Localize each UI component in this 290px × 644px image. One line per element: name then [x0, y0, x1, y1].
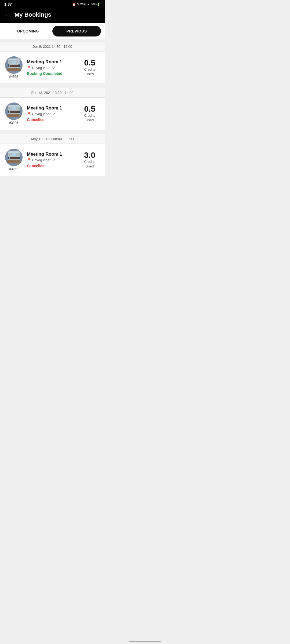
page-header: ← My Bookings [0, 8, 105, 23]
credits-label-2: CreditsUsed [79, 160, 100, 169]
svg-rect-15 [8, 111, 9, 113]
booking-info-1: Meeting Room 1 📍 Udyog vihar IV Cancelle… [27, 105, 75, 122]
booking-room-image-0 [5, 56, 23, 74]
svg-marker-11 [8, 105, 20, 107]
signal-icon: ▲ [87, 3, 90, 6]
credits-section-0: 0.5 CreditsUsed [79, 59, 100, 76]
booking-info-0: Meeting Room 1 📍 Udyog vihar IV Booking … [27, 59, 75, 76]
booking-info-2: Meeting Room 1 📍 Udyog vihar IV Cancelle… [27, 152, 75, 168]
location-pin-icon-2: 📍 [27, 158, 31, 162]
booking-room-name-2: Meeting Room 1 [27, 152, 75, 157]
svg-rect-25 [8, 157, 9, 159]
svg-marker-3 [6, 68, 21, 71]
booking-id-1: #3195 [9, 121, 18, 125]
booking-image-wrap-2: #3152 [4, 149, 23, 171]
wifi-icon: VoWiFi [77, 3, 86, 6]
booking-room-image-2 [5, 149, 23, 166]
status-time: 1:37 [4, 2, 12, 6]
credits-section-2: 3.0 CreditsUsed [79, 151, 100, 169]
location-pin-icon-0: 📍 [27, 66, 31, 70]
booking-id-0: #4525 [9, 75, 18, 79]
svg-marker-1 [8, 58, 20, 60]
date-header-2: May 10, 2021 08:00 - 11:00 [0, 134, 105, 144]
svg-rect-24 [10, 157, 18, 159]
svg-rect-26 [18, 157, 20, 159]
booking-location-2: 📍 Udyog vihar IV [27, 158, 75, 162]
booking-card-2[interactable]: #3152 Meeting Room 1 📍 Udyog vihar IV Ca… [0, 144, 105, 176]
svg-rect-14 [10, 111, 18, 113]
booking-image-wrap-0: #4525 [4, 56, 23, 79]
booking-status-2: Cancelled [27, 164, 75, 168]
battery-icon: 30%🔋 [91, 3, 100, 6]
tab-upcoming[interactable]: UPCOMING [4, 26, 52, 36]
bookings-list: Jun 9, 2021 14:30 - 15:00 [0, 39, 105, 188]
tab-previous[interactable]: PREVIOUS [52, 26, 101, 36]
credits-label-1: CreditsUsed [79, 114, 100, 123]
booking-card-0[interactable]: #4525 Meeting Room 1 📍 Udyog vihar IV Bo… [0, 52, 105, 83]
booking-card-1[interactable]: #3195 Meeting Room 1 📍 Udyog vihar IV Ca… [0, 98, 105, 130]
date-header-0: Jun 9, 2021 14:30 - 15:00 [0, 42, 105, 52]
alarm-icon: ⏰ [72, 3, 76, 6]
svg-rect-16 [18, 111, 20, 113]
status-bar: 1:37 ⏰ VoWiFi ▲ 30%🔋 [0, 0, 105, 8]
booking-status-1: Cancelled [27, 118, 75, 122]
date-header-1: Feb 13, 2021 13:30 - 14:00 [0, 88, 105, 98]
credits-number-1: 0.5 [79, 105, 100, 113]
credits-label-0: CreditsUsed [79, 67, 100, 76]
svg-rect-4 [10, 65, 18, 67]
credits-section-1: 0.5 CreditsUsed [79, 105, 100, 123]
svg-marker-13 [6, 114, 21, 117]
tab-bar: UPCOMING PREVIOUS [0, 23, 105, 39]
svg-marker-21 [8, 151, 20, 153]
svg-rect-6 [18, 64, 20, 67]
svg-marker-23 [6, 160, 21, 163]
booking-image-wrap-1: #3195 [4, 103, 23, 125]
location-pin-icon-1: 📍 [27, 112, 31, 116]
booking-location-1: 📍 Udyog vihar IV [27, 112, 75, 116]
booking-room-name-1: Meeting Room 1 [27, 105, 75, 111]
credits-number-0: 0.5 [79, 59, 100, 67]
booking-room-name-0: Meeting Room 1 [27, 59, 75, 65]
status-icons: ⏰ VoWiFi ▲ 30%🔋 [72, 3, 100, 6]
booking-status-0: Booking Completed [27, 71, 75, 76]
back-button[interactable]: ← [4, 11, 10, 18]
booking-id-2: #3152 [9, 167, 18, 171]
svg-rect-5 [8, 64, 9, 67]
booking-location-0: 📍 Udyog vihar IV [27, 66, 75, 70]
booking-room-image-1 [5, 103, 23, 120]
page-title: My Bookings [15, 11, 51, 18]
credits-number-2: 3.0 [79, 151, 100, 159]
